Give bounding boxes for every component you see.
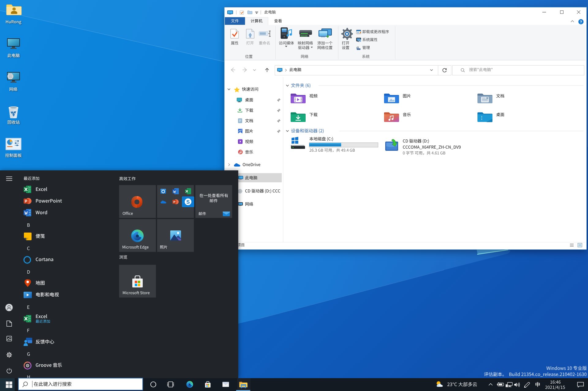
svg-text:P: P (25, 199, 27, 203)
svg-text:?: ? (580, 20, 582, 24)
svg-text:S: S (186, 199, 190, 205)
svg-text:P: P (173, 200, 175, 203)
